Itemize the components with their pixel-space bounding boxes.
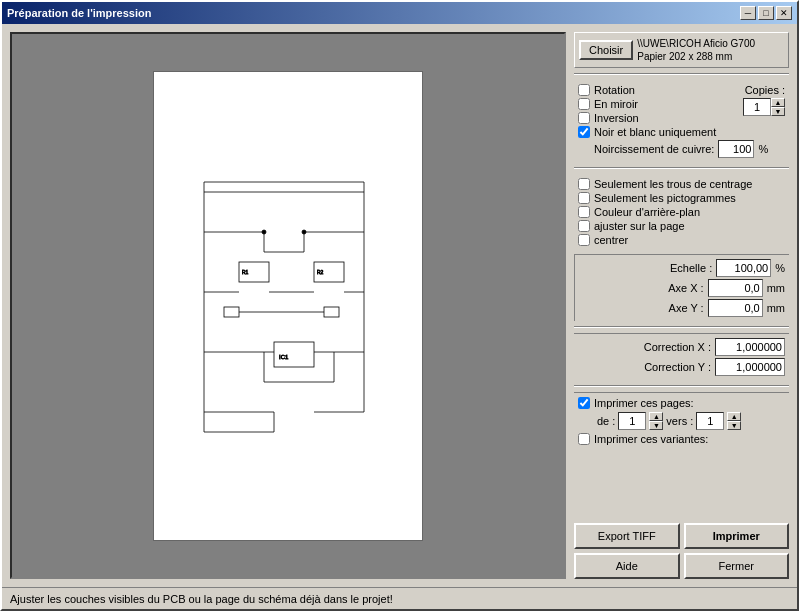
- variantes-checkbox-row: Imprimer ces variantes:: [578, 433, 785, 445]
- couleur-label: Couleur d'arrière-plan: [594, 206, 700, 218]
- action-buttons-row-2: Aide Fermer: [574, 553, 789, 579]
- more-options-section: Seulement les trous de centrage Seulemen…: [574, 174, 789, 250]
- axey-unit: mm: [767, 302, 785, 314]
- centrage-label: Seulement les trous de centrage: [594, 178, 752, 190]
- rotation-checkbox[interactable]: [578, 84, 590, 96]
- bw-checkbox[interactable]: [578, 126, 590, 138]
- centrer-checkbox-row: centrer: [578, 234, 785, 246]
- echelle-input[interactable]: [716, 259, 771, 277]
- vers-input[interactable]: [696, 412, 724, 430]
- printer-paper: Papier 202 x 288 mm: [637, 50, 755, 63]
- inversion-label: Inversion: [594, 112, 639, 124]
- centrage-checkbox[interactable]: [578, 178, 590, 190]
- window-title: Préparation de l'impression: [7, 7, 151, 19]
- printer-row: Choisir \\UWE\RICOH Aficio G700 Papier 2…: [579, 37, 784, 63]
- svg-text:R1: R1: [242, 269, 249, 275]
- de-up-button[interactable]: ▲: [649, 412, 663, 421]
- variantes-label: Imprimer ces variantes:: [594, 433, 708, 445]
- fermer-button[interactable]: Fermer: [684, 553, 790, 579]
- svg-rect-22: [224, 307, 239, 317]
- title-bar: Préparation de l'impression ─ □ ✕: [2, 2, 797, 24]
- copies-up-button[interactable]: ▲: [771, 98, 785, 107]
- ajuster-checkbox[interactable]: [578, 220, 590, 232]
- axex-label: Axe X :: [668, 282, 703, 294]
- svg-text:IC1: IC1: [279, 354, 289, 360]
- minimize-button[interactable]: ─: [740, 6, 756, 20]
- svg-point-25: [262, 230, 266, 234]
- axex-row: Axe X : mm: [579, 279, 785, 297]
- de-down-button[interactable]: ▼: [649, 421, 663, 430]
- right-panel: Choisir \\UWE\RICOH Aficio G700 Papier 2…: [574, 32, 789, 579]
- printer-section: Choisir \\UWE\RICOH Aficio G700 Papier 2…: [574, 32, 789, 68]
- ajuster-checkbox-row: ajuster sur la page: [578, 220, 785, 232]
- divider-3: [574, 326, 789, 328]
- svg-point-26: [302, 230, 306, 234]
- preview-area: IC1 R1 R2: [10, 32, 566, 579]
- axey-input[interactable]: [708, 299, 763, 317]
- window-content: IC1 R1 R2 Choisir: [2, 24, 797, 587]
- copies-spinner: ▲ ▼: [771, 98, 785, 116]
- corrx-input[interactable]: [715, 338, 785, 356]
- close-button[interactable]: ✕: [776, 6, 792, 20]
- vers-spinner: ▲ ▼: [727, 412, 741, 430]
- copies-down-button[interactable]: ▼: [771, 107, 785, 116]
- noircissement-label: Noircissement de cuivre:: [594, 143, 714, 155]
- bw-checkbox-row: Noir et blanc uniquement: [578, 126, 785, 138]
- mirror-checkbox[interactable]: [578, 98, 590, 110]
- corry-row: Correction Y :: [578, 358, 785, 376]
- inversion-checkbox-row: Inversion: [578, 112, 639, 124]
- imprimer-button[interactable]: Imprimer: [684, 523, 790, 549]
- status-text: Ajuster les couches visibles du PCB ou l…: [10, 593, 393, 605]
- axex-unit: mm: [767, 282, 785, 294]
- imprimer-pages-checkbox[interactable]: [578, 397, 590, 409]
- divider-2: [574, 167, 789, 169]
- choose-printer-button[interactable]: Choisir: [579, 40, 633, 60]
- corrx-row: Correction X :: [578, 338, 785, 356]
- vers-label: vers :: [666, 415, 693, 427]
- scale-section: Echelle : % Axe X : mm Axe Y : mm: [574, 254, 789, 321]
- pictogrammes-checkbox[interactable]: [578, 192, 590, 204]
- variantes-checkbox[interactable]: [578, 433, 590, 445]
- divider-1: [574, 73, 789, 75]
- aide-button[interactable]: Aide: [574, 553, 680, 579]
- couleur-checkbox[interactable]: [578, 206, 590, 218]
- mirror-label: En miroir: [594, 98, 638, 110]
- printer-name: \\UWE\RICOH Aficio G700: [637, 37, 755, 50]
- echelle-label: Echelle :: [670, 262, 712, 274]
- maximize-button[interactable]: □: [758, 6, 774, 20]
- de-input[interactable]: [618, 412, 646, 430]
- printer-info: \\UWE\RICOH Aficio G700 Papier 202 x 288…: [637, 37, 755, 63]
- de-label: de :: [597, 415, 615, 427]
- axey-row: Axe Y : mm: [579, 299, 785, 317]
- pictogrammes-label: Seulement les pictogrammes: [594, 192, 736, 204]
- pages-range-row: de : ▲ ▼ vers : ▲ ▼: [578, 412, 785, 430]
- noircissement-input[interactable]: [718, 140, 754, 158]
- bw-label: Noir et blanc uniquement: [594, 126, 716, 138]
- rotation-label: Rotation: [594, 84, 635, 96]
- centrage-checkbox-row: Seulement les trous de centrage: [578, 178, 785, 190]
- corry-input[interactable]: [715, 358, 785, 376]
- inversion-checkbox[interactable]: [578, 112, 590, 124]
- vers-down-button[interactable]: ▼: [727, 421, 741, 430]
- axex-input[interactable]: [708, 279, 763, 297]
- echelle-row: Echelle : %: [579, 259, 785, 277]
- page-preview: IC1 R1 R2: [153, 71, 423, 541]
- centrer-checkbox[interactable]: [578, 234, 590, 246]
- imprimer-pages-label: Imprimer ces pages:: [594, 397, 694, 409]
- pictogrammes-checkbox-row: Seulement les pictogrammes: [578, 192, 785, 204]
- correction-section: Correction X : Correction Y :: [574, 333, 789, 380]
- action-buttons-row-1: Export TIFF Imprimer: [574, 523, 789, 549]
- status-bar: Ajuster les couches visibles du PCB ou l…: [2, 587, 797, 609]
- main-window: Préparation de l'impression ─ □ ✕: [0, 0, 799, 611]
- axey-label: Axe Y :: [669, 302, 704, 314]
- export-tiff-button[interactable]: Export TIFF: [574, 523, 680, 549]
- options-section: Rotation En miroir Inversion Copies :: [574, 80, 789, 162]
- vers-up-button[interactable]: ▲: [727, 412, 741, 421]
- echelle-unit: %: [775, 262, 785, 274]
- ajuster-label: ajuster sur la page: [594, 220, 685, 232]
- copies-input[interactable]: [743, 98, 771, 116]
- de-spinner: ▲ ▼: [649, 412, 663, 430]
- corrx-label: Correction X :: [644, 341, 711, 353]
- noircissement-row: Noircissement de cuivre: %: [578, 140, 785, 158]
- couleur-checkbox-row: Couleur d'arrière-plan: [578, 206, 785, 218]
